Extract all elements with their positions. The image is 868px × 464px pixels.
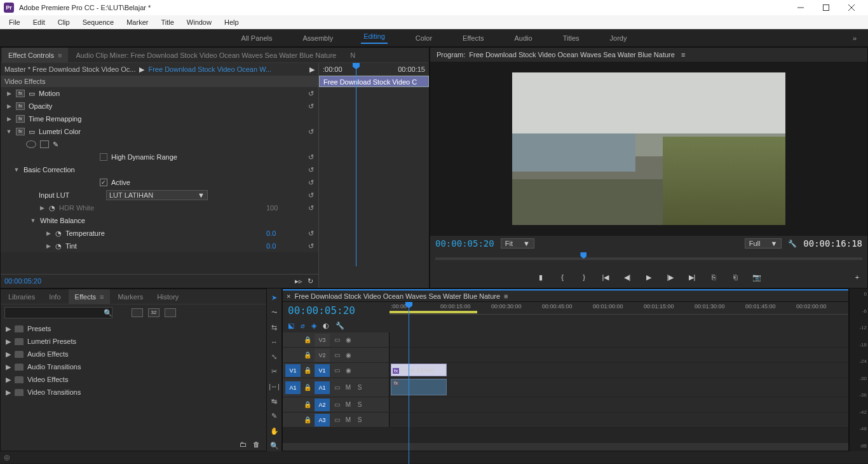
- resolution-dropdown[interactable]: Full▼: [745, 238, 782, 249]
- loop-icon[interactable]: ↻: [308, 277, 313, 285]
- mark-out-button[interactable]: {: [557, 272, 567, 282]
- mute-button[interactable]: M: [344, 416, 353, 423]
- tab-libraries[interactable]: Libraries: [2, 289, 41, 304]
- zoom-fit-dropdown[interactable]: Fit▼: [501, 238, 534, 249]
- accelerated-effects-filter[interactable]: [132, 308, 143, 317]
- slide-tool[interactable]: ↹: [269, 396, 280, 407]
- folder-audio-transitions[interactable]: ▶Audio Transitions: [1, 360, 266, 373]
- video-clip[interactable]: fxFree Down: [391, 364, 447, 376]
- source-patch-a1[interactable]: A1: [285, 381, 301, 394]
- workspace-jordy[interactable]: Jordy: [607, 34, 630, 42]
- timeline-zoom-scrollbar[interactable]: [283, 443, 848, 451]
- folder-video-transitions[interactable]: ▶Video Transitions: [1, 386, 266, 399]
- input-lut-dropdown[interactable]: LUT LATIHAN▼: [106, 190, 208, 200]
- effect-lumetri-color[interactable]: ▼fx▭Lumetri Color↺: [1, 125, 318, 138]
- slip-tool[interactable]: |↔|: [269, 381, 280, 392]
- zoom-tool[interactable]: 🔍: [269, 440, 280, 451]
- solo-button[interactable]: S: [355, 401, 364, 408]
- lock-icon[interactable]: 🔒: [303, 367, 312, 374]
- sync-lock-icon[interactable]: ▭: [332, 384, 341, 391]
- chevron-right-icon[interactable]: ▶: [309, 65, 315, 74]
- wrench-icon[interactable]: 🔧: [788, 240, 797, 248]
- lock-icon[interactable]: 🔒: [303, 416, 312, 423]
- folder-video-effects[interactable]: ▶Video Effects: [1, 373, 266, 386]
- tint-value[interactable]: 0.0: [266, 242, 304, 250]
- menu-edit[interactable]: Edit: [27, 15, 51, 29]
- track-target-v3[interactable]: V3: [315, 334, 330, 346]
- eye-icon[interactable]: ◉: [344, 351, 353, 358]
- clip-name-link[interactable]: Free Download Stock Video Ocean W...: [148, 65, 271, 73]
- menu-file[interactable]: File: [3, 15, 27, 29]
- window-close-button[interactable]: [839, 0, 864, 15]
- lock-icon[interactable]: 🔒: [303, 401, 312, 408]
- track-select-tool[interactable]: ⤳: [269, 307, 280, 318]
- sync-lock-icon[interactable]: ▭: [332, 401, 341, 408]
- mark-clip-button[interactable]: }: [579, 272, 589, 282]
- active-toggle[interactable]: ✓Active↺: [1, 176, 318, 189]
- reset-button[interactable]: ↺: [308, 179, 318, 187]
- panel-menu-icon[interactable]: ≡: [100, 293, 104, 301]
- eye-icon[interactable]: ◉: [344, 336, 353, 343]
- extract-button[interactable]: ⎗: [730, 272, 740, 282]
- reset-button[interactable]: ↺: [308, 128, 318, 136]
- tab-effects[interactable]: Effects≡: [69, 289, 111, 304]
- add-marker-button[interactable]: ◈: [311, 322, 316, 330]
- 32bit-filter[interactable]: 32: [148, 308, 159, 317]
- go-to-out-button[interactable]: ▶|: [687, 272, 697, 282]
- timeline-playhead[interactable]: [409, 302, 409, 464]
- timeline-ruler[interactable]: :00:00 00:00:15:00 00:00:30:00 00:00:45:…: [390, 302, 848, 315]
- reset-button[interactable]: ↺: [308, 153, 318, 161]
- effect-time-remapping[interactable]: ▶fxTime Remapping: [1, 113, 318, 125]
- source-patch-v2[interactable]: [285, 349, 301, 362]
- workspace-audio[interactable]: Audio: [512, 34, 535, 42]
- menu-window[interactable]: Window: [180, 15, 218, 29]
- menu-sequence[interactable]: Sequence: [76, 15, 121, 29]
- workspace-editing[interactable]: Editing: [361, 32, 388, 44]
- mark-in-button[interactable]: ▮: [536, 272, 546, 282]
- mute-button[interactable]: M: [344, 384, 353, 391]
- temperature-row[interactable]: ▶◔Temperature0.0↺: [1, 227, 318, 240]
- delete-button[interactable]: 🗑: [253, 440, 260, 448]
- panel-menu-icon[interactable]: ≡: [58, 51, 62, 59]
- track-target-a1[interactable]: A1: [315, 381, 330, 394]
- pen-tool[interactable]: ✎: [269, 411, 280, 421]
- source-patch-a3[interactable]: [285, 414, 301, 426]
- solo-button[interactable]: S: [355, 416, 364, 423]
- white-balance-row[interactable]: ▼White Balance: [1, 214, 318, 227]
- snap-toggle[interactable]: ⬕: [288, 322, 294, 330]
- selection-tool[interactable]: ➤: [269, 292, 280, 303]
- track-target-v1[interactable]: V1: [315, 364, 330, 377]
- workspace-effects[interactable]: Effects: [460, 34, 486, 42]
- tab-overflow[interactable]: N: [344, 48, 362, 62]
- mini-timeline-clip[interactable]: Free Download Stock Video C: [319, 76, 429, 87]
- menu-clip[interactable]: Clip: [51, 15, 76, 29]
- timeline-settings-button[interactable]: ◐: [323, 322, 329, 330]
- playhead-icon[interactable]: [580, 252, 587, 259]
- play-button[interactable]: ▶: [644, 272, 654, 282]
- ellipse-mask-icon[interactable]: [26, 140, 36, 148]
- lock-icon[interactable]: 🔒: [303, 351, 312, 358]
- tab-info[interactable]: Info: [43, 289, 67, 304]
- new-bin-button[interactable]: 🗀: [240, 440, 247, 448]
- program-scrub-bar[interactable]: [435, 252, 862, 265]
- hand-tool[interactable]: ✋: [269, 425, 280, 436]
- panel-menu-icon[interactable]: ≡: [681, 48, 685, 62]
- reset-button[interactable]: ↺: [308, 204, 318, 212]
- sync-settings-icon[interactable]: ◎: [4, 453, 10, 461]
- tab-audio-clip-mixer[interactable]: Audio Clip Mixer: Free Download Stock Vi…: [69, 48, 342, 62]
- workspace-assembly[interactable]: Assembly: [300, 34, 336, 42]
- panel-menu-icon[interactable]: ≡: [504, 292, 508, 300]
- lift-button[interactable]: ⎘: [709, 272, 719, 282]
- audio-clip[interactable]: fx: [391, 379, 447, 395]
- reset-button[interactable]: ↺: [308, 242, 318, 250]
- sequence-tab[interactable]: Free Download Stock Video Ocean Waves Se…: [294, 292, 500, 300]
- work-area-bar[interactable]: [390, 311, 477, 313]
- sequence-close-button[interactable]: ×: [287, 292, 290, 300]
- tab-effect-controls[interactable]: Effect Controls≡: [2, 48, 68, 62]
- yuv-filter[interactable]: [165, 308, 176, 317]
- go-to-in-button[interactable]: |◀: [600, 272, 611, 282]
- window-minimize-button[interactable]: [788, 0, 813, 15]
- razor-tool[interactable]: ✂: [269, 366, 280, 377]
- tab-history[interactable]: History: [151, 289, 185, 304]
- folder-lumetri-presets[interactable]: ▶Lumetri Presets: [1, 335, 266, 348]
